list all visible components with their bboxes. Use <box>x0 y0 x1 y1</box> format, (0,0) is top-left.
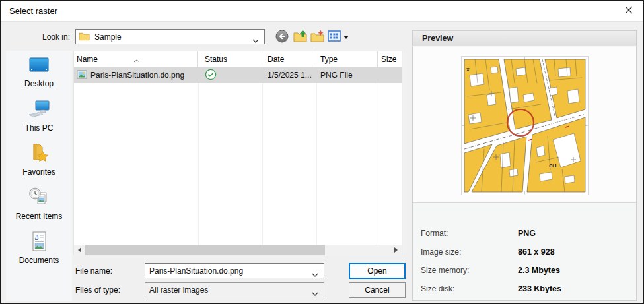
new-folder-button[interactable] <box>309 30 325 44</box>
map-ch-label: CH <box>549 163 557 169</box>
sort-ascending-icon <box>133 52 140 68</box>
column-header-date[interactable]: Date <box>262 51 316 67</box>
views-icon <box>328 30 341 44</box>
new-folder-icon <box>310 30 324 44</box>
sidebar-item-label: This PC <box>25 123 54 133</box>
image-file-icon <box>77 69 87 82</box>
cancel-button[interactable]: Cancel <box>349 282 406 298</box>
sidebar-item-favorites[interactable]: Favorites <box>6 139 72 183</box>
column-header-name[interactable]: Name <box>74 51 198 67</box>
documents-icon: A <box>28 231 50 255</box>
column-divider <box>378 67 378 245</box>
scroll-left-icon <box>78 247 81 253</box>
file-type-cell: PNG File <box>320 67 378 83</box>
file-list: Name Status Date Type Size <box>73 51 402 255</box>
select-raster-dialog: Select raster Look in: Sample <box>0 0 644 304</box>
back-icon <box>275 30 289 45</box>
sidebar-item-label: Recent Items <box>16 212 63 221</box>
preview-header: Preview <box>413 31 636 46</box>
column-divider <box>316 67 317 245</box>
scroll-left-button[interactable] <box>74 245 85 255</box>
folder-icon <box>79 31 90 43</box>
scrollbar-thumb[interactable] <box>85 245 325 255</box>
svg-text:A: A <box>34 233 39 240</box>
sidebar-item-label: Favorites <box>22 167 55 177</box>
title-bar: Select raster <box>1 1 643 22</box>
dialog-title: Select raster <box>9 1 57 21</box>
places-bar: Desktop This PC <box>6 51 72 301</box>
scroll-right-button[interactable] <box>390 245 402 255</box>
up-one-level-button[interactable] <box>292 30 308 44</box>
files-of-type-label: Files of type: <box>75 286 120 295</box>
files-of-type-value: All raster images <box>149 286 208 295</box>
views-caret-icon <box>343 36 349 39</box>
this-pc-icon <box>28 98 50 122</box>
desktop-icon <box>28 54 50 78</box>
file-name-combobox[interactable]: Paris-PlanSituation.do.png <box>145 263 324 278</box>
sidebar-item-label: Documents <box>19 256 59 265</box>
chevron-down-icon <box>312 270 318 279</box>
chevron-down-icon <box>312 289 318 298</box>
column-header-type[interactable]: Type <box>316 51 378 67</box>
preview-image-box: X CH <box>413 47 636 203</box>
file-row-selected[interactable]: Paris-PlanSituation.do.png 1/5/2025 1...… <box>74 67 402 83</box>
column-header-size[interactable]: Size <box>378 51 402 67</box>
close-button[interactable] <box>614 1 643 21</box>
file-status-cell <box>205 67 262 83</box>
list-header: Name Status Date Type Size <box>74 51 402 67</box>
file-name-value: Paris-PlanSituation.do.png <box>149 266 243 276</box>
sidebar-item-documents[interactable]: A Documents <box>6 228 72 272</box>
file-name-cell: Paris-PlanSituation.do.png <box>77 67 198 83</box>
back-button[interactable] <box>274 30 290 44</box>
chevron-down-icon <box>252 36 259 45</box>
map-mark-label: X <box>466 67 470 72</box>
detail-row-image-size: Image size: 861 x 928 <box>421 247 629 258</box>
cadastral-map: X CH <box>462 57 588 195</box>
column-divider <box>198 67 199 245</box>
recent-items-icon <box>28 187 50 210</box>
look-in-combobox[interactable]: Sample <box>75 29 265 44</box>
synced-check-icon <box>205 69 217 82</box>
favorites-icon <box>28 142 50 166</box>
detail-row-size-disk: Size disk: 233 Kbytes <box>421 284 629 295</box>
sidebar-item-recent-items[interactable]: Recent Items <box>6 183 72 228</box>
sidebar-item-label: Desktop <box>24 79 54 88</box>
sidebar-item-desktop[interactable]: Desktop <box>6 51 72 95</box>
detail-row-size-memory: Size memory: 2.3 Mbytes <box>421 266 629 276</box>
preview-map-image: X CH <box>461 56 589 195</box>
detail-row-format: Format: PNG <box>421 229 629 239</box>
horizontal-scrollbar <box>74 245 402 255</box>
scroll-right-icon <box>394 247 398 253</box>
look-in-label: Look in: <box>34 32 70 42</box>
up-one-level-icon <box>293 30 307 44</box>
close-icon <box>625 6 633 16</box>
file-date-cell: 1/5/2025 1... <box>268 67 316 83</box>
open-button[interactable]: Open <box>349 263 406 279</box>
column-header-status[interactable]: Status <box>198 51 262 67</box>
file-size-cell <box>381 67 402 83</box>
look-in-value: Sample <box>94 32 122 42</box>
views-menu-button[interactable] <box>326 30 351 44</box>
file-name-label: File name: <box>75 266 112 276</box>
preview-panel: Preview <box>412 30 637 301</box>
files-of-type-combobox[interactable]: All raster images <box>145 282 324 297</box>
column-divider <box>262 67 263 245</box>
sidebar-item-this-pc[interactable]: This PC <box>6 95 72 139</box>
